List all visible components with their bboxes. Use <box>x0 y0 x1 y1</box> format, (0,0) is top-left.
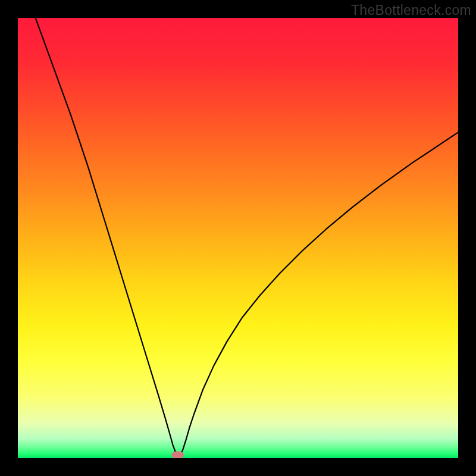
watermark-text: TheBottleneck.com <box>351 2 471 18</box>
chart-frame: TheBottleneck.com <box>0 0 476 476</box>
bottleneck-plot <box>18 18 458 458</box>
gradient-background <box>18 18 458 458</box>
